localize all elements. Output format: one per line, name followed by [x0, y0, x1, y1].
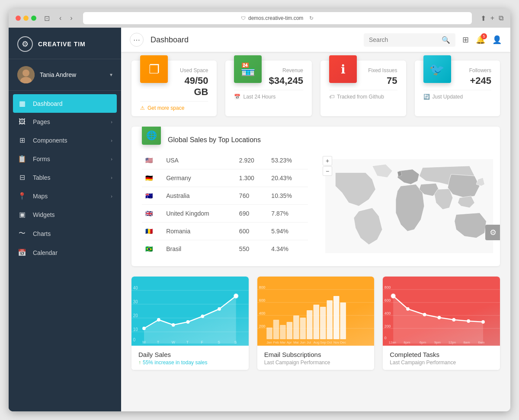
calendar-small-icon: 📅 — [234, 94, 240, 100]
sidebar-item-charts[interactable]: 〜 Charts — [9, 224, 121, 243]
sidebar-item-calendar[interactable]: 📅 Calendar — [9, 243, 121, 262]
app-layout: ⚙ CREATIVE TIM Tania Andrew ▾ — [9, 28, 510, 411]
used-space-icon-box: ❐ — [140, 55, 168, 83]
country-flag: 🇷🇴 — [142, 223, 163, 240]
new-tab-button[interactable]: + — [490, 14, 494, 22]
svg-point-68 — [391, 294, 396, 298]
sidebar-item-pages[interactable]: 🖼 Pages › — [9, 113, 121, 131]
svg-text:8am: 8am — [464, 340, 470, 344]
sidebar-toggle-button[interactable]: ⊡ — [42, 13, 52, 23]
chevron-right-icon: › — [111, 156, 112, 162]
completed-tasks-chart: 800 600 400 200 0 — [383, 277, 500, 346]
svg-text:8pm: 8pm — [404, 340, 410, 344]
svg-point-71 — [438, 316, 441, 319]
close-window-dot[interactable] — [16, 16, 21, 21]
search-input[interactable] — [369, 36, 438, 43]
svg-text:Feb: Feb — [273, 340, 279, 344]
revenue-icon-box: 🏪 — [234, 55, 262, 83]
twitter-icon: 🐦 — [429, 62, 445, 76]
sidebar-item-forms[interactable]: 📋 Forms › — [9, 150, 121, 168]
svg-text:S: S — [218, 340, 220, 344]
sidebar-item-tables[interactable]: ⊟ Tables › — [9, 168, 121, 187]
svg-text:200: 200 — [384, 324, 391, 328]
country-name: Romania — [163, 223, 236, 240]
components-icon: ⊞ — [17, 136, 27, 144]
svg-text:Mar: Mar — [280, 340, 286, 344]
sales-table: 🇺🇸 USA 2.920 53.23% 🇩🇪 Germany 1.300 20.… — [131, 152, 318, 266]
revenue-footer: 📅 Last 24 Hours — [234, 90, 303, 100]
zoom-out-button[interactable]: − — [323, 166, 332, 176]
refresh-icon[interactable]: ↻ — [309, 15, 314, 21]
store-icon: 🏪 — [240, 62, 256, 76]
used-space-label: Used Space — [175, 67, 208, 73]
sales-map: + − — [318, 152, 500, 266]
sidebar-item-dashboard[interactable]: ▦ Dashboard — [13, 94, 117, 113]
sales-card-title: Global Sales by Top Locations — [168, 136, 261, 144]
avatar — [17, 66, 35, 83]
tag-icon: 🏷 — [329, 94, 334, 100]
user-chevron-icon: ▾ — [110, 72, 112, 78]
notifications-button[interactable]: 🔔 5 — [476, 35, 485, 45]
sidebar-item-widgets[interactable]: ▣ Widgets — [9, 205, 121, 224]
tab-overview-button[interactable]: ⧉ — [499, 14, 503, 22]
logo-icon: ⚙ — [17, 36, 33, 52]
minimize-window-dot[interactable] — [23, 16, 29, 21]
country-flag: 🇧🇷 — [142, 240, 163, 258]
svg-text:Aug: Aug — [313, 340, 319, 344]
grid-view-button[interactable]: ⊞ — [462, 35, 469, 45]
sales-card-content: 🇺🇸 USA 2.920 53.23% 🇩🇪 Germany 1.300 20.… — [131, 152, 500, 266]
page-title: Dashboard — [151, 35, 357, 45]
used-space-footer-text[interactable]: Get more space — [147, 105, 184, 111]
info-icon: ℹ — [341, 62, 346, 76]
sidebar-user[interactable]: Tania Andrew ▾ — [9, 59, 121, 91]
sidebar-item-components[interactable]: ⊞ Components › — [9, 131, 121, 150]
header-menu-button[interactable]: ⋯ — [130, 33, 144, 47]
svg-text:W: W — [172, 340, 176, 344]
svg-rect-43 — [320, 307, 326, 339]
fixed-issues-icon-box: ℹ — [329, 55, 357, 83]
calendar-icon: 📅 — [17, 248, 27, 257]
search-icon[interactable]: 🔍 — [442, 36, 450, 44]
sales-percent: 5.94% — [268, 223, 308, 240]
revenue-label: Revenue — [269, 67, 303, 73]
user-account-button[interactable]: 👤 — [492, 35, 502, 45]
country-name: Brasil — [163, 240, 236, 258]
svg-point-17 — [201, 315, 204, 318]
sales-number: 550 — [236, 240, 268, 258]
svg-text:Jun: Jun — [300, 340, 305, 344]
used-space-footer: ⚠ Get more space — [140, 101, 208, 111]
zoom-in-button[interactable]: + — [323, 156, 332, 165]
sidebar-item-label: Widgets — [33, 211, 112, 218]
refresh-small-icon: 🔄 — [423, 94, 430, 100]
forward-button[interactable]: › — [68, 13, 74, 23]
chart-card-email-subscriptions: 800 600 400 200 — [257, 277, 375, 370]
svg-text:F: F — [201, 340, 203, 344]
svg-text:Jan: Jan — [266, 340, 272, 344]
settings-overlay-button[interactable]: ⚙ — [485, 225, 500, 240]
back-button[interactable]: ‹ — [58, 13, 63, 23]
chevron-right-icon: › — [111, 194, 112, 199]
maximize-window-dot[interactable] — [31, 16, 36, 21]
svg-text:6pm: 6pm — [420, 340, 426, 344]
sidebar-item-label: Forms — [33, 156, 105, 162]
table-row: 🇦🇺 Australia 760 10.35% — [142, 187, 308, 205]
svg-text:Nov: Nov — [333, 340, 340, 344]
url-bar[interactable]: 🛡 demos.creative-tim.com ↻ — [83, 12, 472, 24]
sales-percent: 53.23% — [268, 152, 308, 169]
svg-text:400: 400 — [384, 311, 391, 315]
sales-percent: 20.43% — [268, 169, 308, 187]
svg-text:Mai: Mai — [293, 340, 299, 344]
svg-point-73 — [467, 319, 471, 323]
sidebar-item-maps[interactable]: 📍 Maps › — [9, 187, 121, 205]
content-area: ❐ Used Space 49/50 GB ⚠ Get more space — [121, 52, 510, 379]
browser-titlebar: ⊡ ‹ › 🛡 demos.creative-tim.com ↻ ⬆ + ⧉ — [9, 9, 510, 28]
sidebar-item-label: Calendar — [33, 249, 112, 256]
svg-text:40: 40 — [133, 286, 138, 290]
fixed-issues-value: 75 — [364, 75, 397, 86]
svg-text:Sep: Sep — [320, 340, 326, 344]
logo-text: CREATIVE TIM — [38, 41, 86, 48]
sidebar-item-label: Components — [33, 137, 105, 144]
svg-rect-41 — [307, 310, 313, 339]
share-button[interactable]: ⬆ — [481, 14, 486, 22]
email-subscriptions-title: Email Subscriptions — [264, 351, 368, 358]
